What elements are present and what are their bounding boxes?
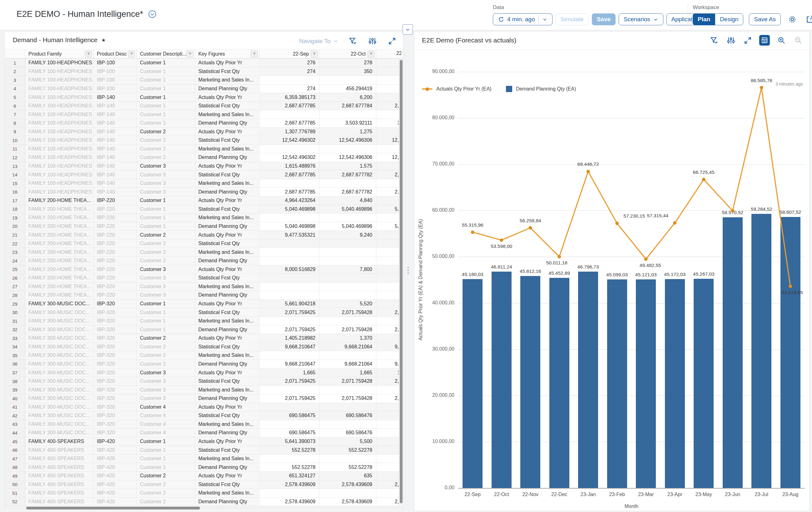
value-cell-22-sep[interactable]	[260, 76, 319, 85]
row-number-cell[interactable]: 15	[5, 179, 25, 188]
value-cell-22-sep[interactable]	[260, 386, 319, 394]
personalize-sliders-icon[interactable]	[725, 35, 736, 46]
value-cell-22-oct[interactable]	[319, 76, 376, 85]
table-view-toggle-icon[interactable]	[759, 35, 770, 46]
row-number-cell[interactable]: 6	[5, 102, 25, 111]
row-number-cell[interactable]: 39	[5, 386, 25, 394]
row-number-cell[interactable]: 43	[5, 420, 25, 429]
line-point-22-Nov[interactable]	[529, 226, 532, 230]
column-filter-icon[interactable]	[128, 51, 135, 57]
row-number-cell[interactable]: 30	[5, 308, 25, 317]
value-cell-22-oct[interactable]	[319, 110, 376, 119]
line-point-23-May[interactable]	[702, 178, 705, 181]
row-number-cell[interactable]: 18	[5, 205, 25, 214]
value-cell-22-sep[interactable]	[260, 351, 319, 360]
refresh-button[interactable]: 4 min. ago	[493, 13, 552, 25]
value-cell-22-oct[interactable]	[319, 282, 376, 291]
row-number-cell[interactable]: 37	[5, 368, 25, 377]
value-cell-22-oct[interactable]: 5,040.469896	[319, 222, 376, 231]
filter-icon[interactable]	[708, 35, 719, 46]
row-number-cell[interactable]: 40	[5, 394, 25, 403]
filter-icon[interactable]	[347, 36, 358, 47]
value-cell-22-sep[interactable]: 2,071.759425	[260, 394, 319, 403]
value-cell-22-oct[interactable]: 2,071.759428	[319, 394, 376, 403]
row-number-cell[interactable]: 2	[5, 67, 25, 76]
row-number-cell[interactable]: 9	[5, 128, 25, 137]
column-header[interactable]: Product Desc	[94, 49, 137, 58]
column-header[interactable]: Customer Descripti...	[137, 49, 195, 58]
value-cell-22-oct[interactable]	[319, 386, 376, 394]
column-header[interactable]: Key Figures	[195, 49, 260, 58]
row-number-cell[interactable]: 22	[5, 239, 25, 248]
row-number-cell[interactable]: 13	[5, 162, 25, 171]
design-toggle-button[interactable]: Design	[715, 13, 743, 25]
value-cell-22-sep[interactable]	[260, 291, 319, 300]
value-cell-22-oct[interactable]: 2,578.439609	[319, 498, 376, 506]
row-number-cell[interactable]: 5	[5, 93, 25, 102]
value-cell-22-sep[interactable]	[260, 420, 319, 429]
value-cell-22-sep[interactable]: 2,687.677785	[260, 188, 319, 197]
row-number-cell[interactable]: 4	[5, 85, 25, 93]
value-cell-22-sep[interactable]: 2,071.759425	[260, 325, 319, 334]
row-number-cell[interactable]: 33	[5, 334, 25, 343]
row-number-cell[interactable]: 47	[5, 455, 25, 463]
value-cell-22-oct[interactable]	[319, 351, 376, 360]
line-point-23-Apr[interactable]	[673, 221, 676, 225]
value-cell-22-sep[interactable]	[260, 257, 319, 265]
row-number-cell[interactable]: 11	[5, 145, 25, 154]
fullscreen-expand-icon[interactable]	[387, 36, 398, 47]
value-cell-22-sep[interactable]	[260, 317, 319, 326]
collapse-panel-button[interactable]	[403, 24, 413, 35]
panel-splitter-handle[interactable]	[407, 267, 409, 274]
value-cell-22-sep[interactable]	[260, 110, 319, 119]
row-number-cell[interactable]: 44	[5, 429, 25, 438]
row-number-cell[interactable]: 48	[5, 463, 25, 472]
row-number-cell[interactable]: 46	[5, 446, 25, 455]
value-cell-22-sep[interactable]: 5,040.469898	[260, 222, 319, 231]
settings-gear-icon[interactable]	[786, 13, 798, 25]
row-number-cell[interactable]: 52	[5, 498, 25, 506]
value-cell-22-sep[interactable]	[260, 455, 319, 463]
line-point-23-Jun[interactable]	[731, 209, 734, 213]
row-number-cell[interactable]: 3	[5, 76, 25, 85]
row-number-cell[interactable]: 42	[5, 412, 25, 420]
row-number-cell[interactable]: 7	[5, 110, 25, 119]
value-cell-22-sep[interactable]	[260, 282, 319, 291]
line-point-22-Oct[interactable]	[500, 239, 503, 242]
line-point-23-Mar[interactable]	[644, 258, 648, 261]
column-header[interactable]: 22-Sep	[260, 49, 319, 58]
column-filter-icon[interactable]	[311, 51, 318, 57]
line-point-23-Aug[interactable]	[789, 284, 792, 288]
refresh-dropdown-chevron-icon[interactable]	[542, 17, 548, 22]
row-number-cell[interactable]: 51	[5, 489, 25, 498]
value-cell-22-oct[interactable]: 3,503.92111	[319, 119, 376, 128]
value-cell-22-sep[interactable]	[260, 489, 319, 498]
row-number-cell[interactable]: 36	[5, 360, 25, 369]
row-number-cell[interactable]: 10	[5, 136, 25, 145]
fullscreen-expand-icon[interactable]	[742, 35, 753, 46]
vertical-scrollbar[interactable]	[399, 59, 403, 506]
value-cell-22-sep[interactable]: 9,668.210647	[260, 360, 319, 369]
row-number-cell[interactable]: 12	[5, 153, 25, 162]
value-cell-22-oct[interactable]	[319, 291, 376, 300]
row-number-cell[interactable]: 45	[5, 438, 25, 446]
row-number-cell[interactable]: 20	[5, 222, 25, 231]
column-filter-icon[interactable]	[186, 51, 193, 57]
title-chevron-circle-icon[interactable]	[148, 10, 156, 19]
value-cell-22-oct[interactable]: 456.294419	[319, 85, 376, 93]
value-cell-22-oct[interactable]: 9,668.21064	[319, 360, 376, 369]
line-point-23-Feb[interactable]	[615, 222, 619, 225]
value-cell-22-oct[interactable]	[319, 489, 376, 498]
value-cell-22-sep[interactable]: 690.586475	[260, 429, 319, 438]
row-number-cell[interactable]: 17	[5, 197, 25, 205]
row-number-cell[interactable]: 1	[5, 59, 25, 67]
simulate-button[interactable]: Simulate	[556, 13, 589, 25]
value-cell-22-sep[interactable]: 274	[260, 85, 319, 93]
row-number-cell[interactable]: 34	[5, 343, 25, 352]
line-point-22-Dec[interactable]	[557, 255, 561, 259]
value-cell-22-oct[interactable]: 2,071.759428	[319, 325, 376, 334]
plan-toggle-button[interactable]: Plan	[693, 13, 715, 25]
row-number-cell[interactable]: 19	[5, 214, 25, 222]
row-number-cell[interactable]: 21	[5, 231, 25, 239]
navigate-to-button[interactable]: Navigate To	[299, 38, 339, 44]
